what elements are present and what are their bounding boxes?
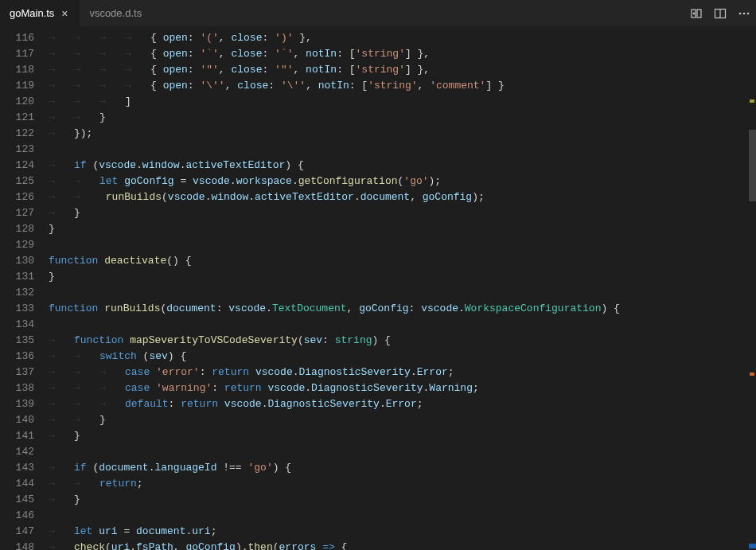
token-punc: . bbox=[458, 302, 465, 314]
token-var: document bbox=[99, 462, 148, 474]
code-content[interactable]: →→→→{ open: '(', close: ')' },→→→→{ open… bbox=[49, 26, 756, 550]
token-punc: ). bbox=[236, 541, 248, 550]
token-var: activeTextEditor bbox=[255, 191, 354, 203]
line-number: 124 bbox=[0, 158, 34, 174]
code-line[interactable] bbox=[49, 285, 756, 301]
code-line[interactable]: →→→] bbox=[49, 94, 756, 110]
token-str: '(' bbox=[200, 32, 218, 44]
token-kw: return bbox=[212, 366, 249, 378]
code-line[interactable]: →} bbox=[49, 205, 756, 221]
code-line[interactable]: function deactivate() { bbox=[49, 253, 756, 269]
token-var: vscode bbox=[267, 382, 305, 394]
token-var: notIn bbox=[318, 80, 349, 92]
whitespace-indicator: → bbox=[99, 46, 125, 62]
tab-gomain[interactable]: goMain.ts × bbox=[0, 0, 80, 26]
code-line[interactable]: →→return; bbox=[49, 476, 756, 492]
editor[interactable]: 1161171181191201211221231241251261271281… bbox=[0, 26, 756, 550]
code-line[interactable]: →} bbox=[49, 492, 756, 508]
whitespace-indicator: → bbox=[74, 62, 99, 78]
code-line[interactable]: →if (vscode.window.activeTextEditor) { bbox=[49, 158, 756, 174]
token-punc: ] bbox=[125, 96, 131, 107]
token-str: 'comment' bbox=[430, 80, 485, 92]
token-kw: case bbox=[125, 382, 150, 394]
code-line[interactable] bbox=[49, 237, 756, 253]
token-punc: ) { bbox=[168, 350, 186, 362]
token-var: document bbox=[166, 302, 216, 314]
code-line[interactable]: →→→→{ open: '"', close: '"', notIn: ['st… bbox=[49, 62, 756, 78]
close-icon[interactable]: × bbox=[59, 8, 70, 19]
whitespace-indicator: → bbox=[49, 412, 74, 428]
scrollbar-thumb[interactable] bbox=[749, 130, 756, 201]
token-var: vscode bbox=[255, 366, 293, 378]
token-str: 'go' bbox=[247, 462, 272, 474]
code-line[interactable]: →→→case 'error': return vscode.Diagnosti… bbox=[49, 365, 756, 380]
code-line[interactable]: →→} bbox=[49, 412, 756, 428]
token-var: DiagnosticSeverity bbox=[267, 398, 379, 410]
code-line[interactable] bbox=[49, 444, 756, 460]
token-str: '`' bbox=[275, 48, 293, 60]
whitespace-indicator: → bbox=[99, 365, 125, 380]
code-line[interactable] bbox=[49, 142, 756, 158]
code-line[interactable]: →→} bbox=[49, 110, 756, 126]
line-number: 123 bbox=[0, 142, 34, 158]
token-var: Warning bbox=[429, 382, 473, 394]
code-line[interactable]: →let uri = document.uri; bbox=[49, 524, 756, 540]
code-line[interactable]: } bbox=[49, 221, 756, 237]
overview-ruler[interactable] bbox=[745, 26, 756, 550]
token-str: '"' bbox=[275, 64, 293, 76]
svg-point-6 bbox=[747, 12, 750, 14]
whitespace-indicator: → bbox=[74, 189, 99, 205]
more-actions-icon[interactable] bbox=[737, 6, 751, 21]
tab-actions bbox=[689, 6, 751, 21]
token-punc bbox=[218, 398, 224, 410]
code-line[interactable]: } bbox=[49, 269, 756, 285]
compare-changes-icon[interactable] bbox=[689, 6, 703, 21]
line-number: 142 bbox=[0, 444, 34, 460]
token-punc: !== bbox=[216, 462, 247, 474]
token-punc bbox=[249, 366, 255, 378]
line-number: 144 bbox=[0, 476, 34, 492]
code-line[interactable]: →→switch (sev) { bbox=[49, 349, 756, 365]
code-line[interactable]: →} bbox=[49, 428, 756, 444]
line-number: 118 bbox=[0, 62, 34, 78]
whitespace-indicator: → bbox=[49, 460, 74, 476]
token-punc: . bbox=[136, 159, 142, 171]
code-line[interactable]: →→→→{ open: '(', close: ')' }, bbox=[49, 30, 756, 46]
token-punc: ) { bbox=[285, 159, 303, 171]
token-punc: : bbox=[262, 48, 275, 60]
token-fn: getConfiguration bbox=[298, 175, 398, 187]
code-line[interactable] bbox=[49, 508, 756, 524]
code-line[interactable]: →}); bbox=[49, 126, 756, 142]
token-punc: ( bbox=[273, 541, 279, 550]
token-kw: if bbox=[74, 462, 87, 474]
code-line[interactable]: →→→case 'warning': return vscode.Diagnos… bbox=[49, 380, 756, 396]
token-var: activeTextEditor bbox=[185, 159, 285, 171]
code-line[interactable]: →function mapSeverityToVSCodeSeverity(se… bbox=[49, 333, 756, 349]
whitespace-indicator: → bbox=[125, 30, 150, 46]
token-punc: : [ bbox=[337, 48, 355, 60]
token-punc bbox=[157, 64, 163, 76]
token-punc: , bbox=[219, 48, 232, 60]
whitespace-indicator: → bbox=[74, 110, 99, 126]
token-kw: let bbox=[74, 525, 92, 537]
whitespace-indicator: → bbox=[74, 380, 99, 396]
code-line[interactable]: →→→→{ open: '\'', close: '\'', notIn: ['… bbox=[49, 78, 756, 94]
code-line[interactable]: →→→default: return vscode.DiagnosticSeve… bbox=[49, 396, 756, 412]
whitespace-indicator: → bbox=[49, 46, 74, 62]
line-number: 131 bbox=[0, 269, 34, 285]
token-fn: then bbox=[248, 541, 273, 550]
token-punc: , bbox=[219, 32, 232, 44]
code-line[interactable]: →→→→{ open: '`', close: '`', notIn: ['st… bbox=[49, 46, 756, 62]
code-line[interactable]: →if (document.languageId !== 'go') { bbox=[49, 460, 756, 476]
split-editor-icon[interactable] bbox=[713, 6, 727, 21]
code-line[interactable]: →check(uri.fsPath, goConfig).then(errors… bbox=[49, 540, 756, 550]
token-var: window bbox=[142, 159, 180, 171]
ruler-mark bbox=[749, 544, 756, 548]
token-punc: : bbox=[188, 32, 201, 44]
code-line[interactable]: function runBuilds(document: vscode.Text… bbox=[49, 301, 756, 317]
token-punc: . bbox=[266, 302, 272, 314]
code-line[interactable]: →→let goConfig = vscode.workspace.getCon… bbox=[49, 174, 756, 189]
code-line[interactable] bbox=[49, 317, 756, 333]
code-line[interactable]: →→ runBuilds(vscode.window.activeTextEdi… bbox=[49, 189, 756, 205]
tab-vscode-dts[interactable]: vscode.d.ts bbox=[80, 0, 151, 26]
